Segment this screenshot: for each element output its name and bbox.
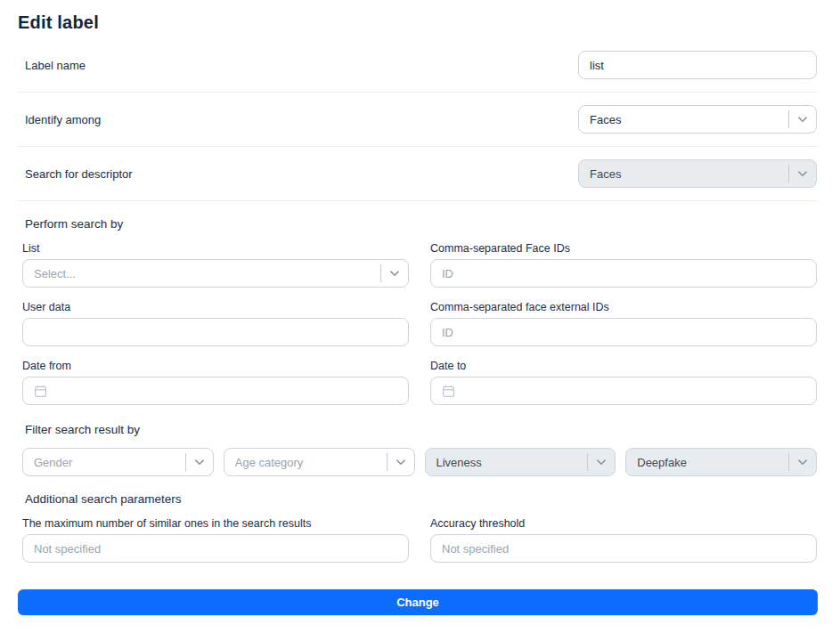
filter-row: Gender Age category Liveness Deepfake [22, 448, 817, 476]
face-ids-field: Comma-separated Face IDs [430, 242, 817, 288]
identify-among-row: Identify among Faces [18, 93, 817, 147]
additional-heading: Additional search parameters [25, 492, 817, 506]
label-name-input[interactable] [578, 51, 817, 79]
user-data-input[interactable] [22, 318, 409, 346]
search-for-descriptor-select-value: Faces [590, 167, 788, 181]
date-to-field: Date to [430, 360, 817, 405]
list-select[interactable]: Select... [22, 259, 409, 288]
identify-among-select-value: Faces [590, 113, 788, 126]
additional-grid: The maximum number of similar ones in th… [22, 517, 817, 563]
search-for-descriptor-select: Faces [578, 159, 817, 188]
label-name-label: Label name [25, 59, 86, 72]
search-for-descriptor-label: Search for descriptor [25, 167, 133, 181]
max-similar-field: The maximum number of similar ones in th… [22, 517, 409, 563]
filter-heading: Filter search result by [25, 423, 817, 436]
chevron-down-icon [186, 457, 213, 467]
date-to-input[interactable] [430, 377, 817, 405]
user-data-field: User data [22, 301, 409, 346]
list-select-placeholder: Select... [34, 267, 380, 280]
perform-search-grid: List Select... Comma-separated Face IDs … [22, 242, 817, 405]
chevron-down-icon [381, 268, 408, 279]
search-for-descriptor-row: Search for descriptor Faces [18, 147, 817, 201]
change-button[interactable]: Change [18, 589, 818, 615]
list-field: List Select... [22, 242, 409, 288]
list-label: List [22, 242, 409, 255]
chevron-down-icon [789, 168, 816, 179]
face-ids-label: Comma-separated Face IDs [430, 242, 817, 255]
liveness-select: Liveness [425, 448, 616, 476]
deepfake-select-placeholder: Deepfake [637, 456, 788, 469]
max-similar-input[interactable] [22, 534, 409, 563]
date-to-label: Date to [430, 360, 817, 372]
user-data-label: User data [22, 301, 409, 313]
max-similar-label: The maximum number of similar ones in th… [22, 517, 409, 530]
date-from-input[interactable] [22, 377, 409, 405]
gender-select[interactable]: Gender [22, 448, 214, 476]
date-from-label: Date from [22, 360, 409, 372]
external-ids-input[interactable] [430, 318, 817, 346]
age-category-select-placeholder: Age category [235, 456, 387, 469]
calendar-icon [441, 384, 456, 399]
age-category-select[interactable]: Age category [224, 448, 415, 476]
external-ids-label: Comma-separated face external IDs [430, 301, 817, 313]
chevron-down-icon [387, 457, 414, 467]
chevron-down-icon [789, 457, 816, 467]
chevron-down-icon [789, 114, 816, 125]
edit-label-form: Edit label Label name Identify among Fac… [0, 0, 840, 633]
identify-among-label: Identify among [25, 113, 101, 126]
face-ids-input[interactable] [430, 259, 817, 288]
identify-among-select[interactable]: Faces [578, 105, 817, 134]
perform-search-heading: Perform search by [25, 217, 817, 231]
external-ids-field: Comma-separated face external IDs [430, 301, 817, 346]
accuracy-threshold-label: Accuracy threshold [430, 517, 817, 530]
gender-select-placeholder: Gender [34, 456, 185, 469]
accuracy-threshold-input[interactable] [430, 534, 817, 563]
liveness-select-placeholder: Liveness [436, 456, 588, 469]
page-title: Edit label [18, 12, 817, 33]
calendar-icon [33, 384, 48, 399]
label-name-row: Label name [18, 38, 817, 93]
chevron-down-icon [588, 457, 615, 467]
deepfake-select: Deepfake [625, 448, 817, 476]
date-from-field: Date from [22, 360, 409, 405]
accuracy-threshold-field: Accuracy threshold [430, 517, 817, 563]
